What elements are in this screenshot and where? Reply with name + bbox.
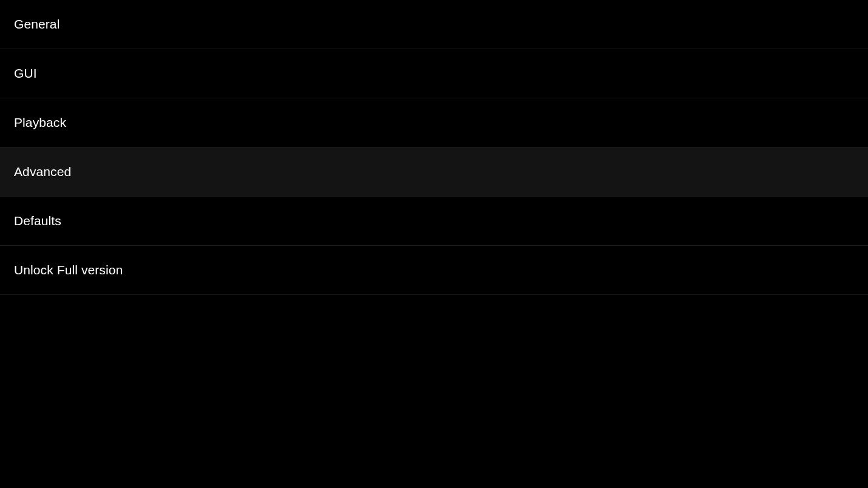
menu-item-unlock-full-version[interactable]: Unlock Full version bbox=[0, 246, 868, 295]
menu-item-playback[interactable]: Playback bbox=[0, 98, 868, 147]
menu-item-defaults[interactable]: Defaults bbox=[0, 197, 868, 246]
menu-item-label: Advanced bbox=[14, 164, 71, 179]
menu-item-general[interactable]: General bbox=[0, 0, 868, 49]
menu-item-label: General bbox=[14, 17, 60, 32]
menu-item-advanced[interactable]: Advanced bbox=[0, 147, 868, 197]
menu-item-label: Playback bbox=[14, 115, 66, 130]
menu-item-gui[interactable]: GUI bbox=[0, 49, 868, 98]
menu-item-label: GUI bbox=[14, 66, 37, 81]
menu-item-label: Defaults bbox=[14, 214, 61, 228]
settings-menu-list: General GUI Playback Advanced Defaults U… bbox=[0, 0, 868, 295]
menu-item-label: Unlock Full version bbox=[14, 263, 123, 277]
